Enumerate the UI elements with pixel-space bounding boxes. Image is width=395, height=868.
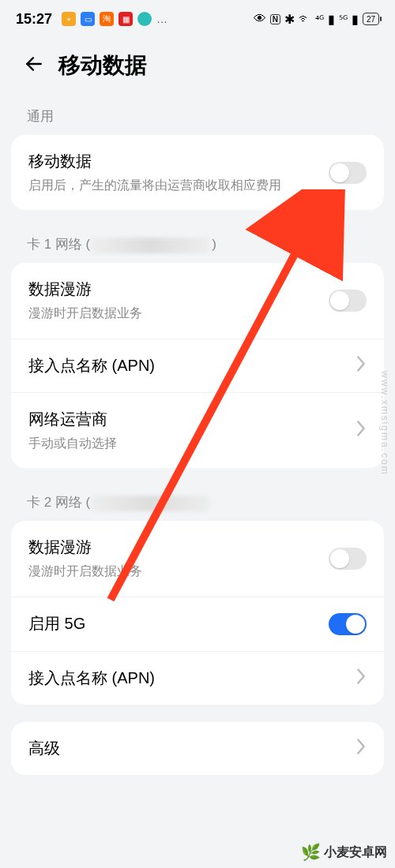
- app-icon-red: ▦: [118, 12, 133, 26]
- row-sim2-apn[interactable]: 接入点名称 (APN): [11, 651, 384, 705]
- sim2-5g-toggle[interactable]: [329, 613, 367, 635]
- row-mobile-data[interactable]: 移动数据 启用后，产生的流量将由运营商收取相应费用: [11, 135, 384, 210]
- sim2-name-redacted: [92, 496, 210, 511]
- sim2-roaming-toggle[interactable]: [329, 548, 367, 570]
- sim2-apn-title: 接入点名称 (APN): [28, 668, 343, 689]
- section-label-sim2: 卡 2 网络 (: [0, 485, 395, 521]
- wifi-icon: ᯤ: [299, 12, 311, 26]
- back-button[interactable]: [24, 54, 44, 77]
- page-header: 移动数据: [0, 35, 395, 99]
- weibo-icon: ⚬: [62, 12, 76, 26]
- signal-4g-icon: ⁴ᴳ: [315, 13, 324, 25]
- nfc-icon: N: [270, 14, 280, 24]
- advanced-title: 高级: [28, 738, 343, 759]
- sim1-apn-title: 接入点名称 (APN): [28, 355, 343, 376]
- page-title: 移动数据: [58, 51, 147, 80]
- chevron-right-icon: [356, 420, 367, 440]
- bluetooth-icon: ✱: [284, 12, 295, 27]
- card-general: 移动数据 启用后，产生的流量将由运营商收取相应费用: [11, 135, 384, 210]
- sim2-roaming-sub: 漫游时开启数据业务: [28, 563, 316, 580]
- leaf-icon: 🌿: [301, 843, 321, 862]
- status-bar: 15:27 ⚬ ▭ 淘 ▦ … 👁 N ✱ ᯤ ⁴ᴳ ▮ ⁵ᴳ ▮ 27: [0, 0, 395, 35]
- mobile-data-title: 移动数据: [28, 151, 316, 172]
- status-time: 15:27: [16, 11, 52, 28]
- eye-icon: 👁: [254, 12, 266, 26]
- row-sim1-roaming[interactable]: 数据漫游 漫游时开启数据业务: [11, 263, 384, 338]
- signal-bars-2-icon: ▮: [352, 12, 359, 27]
- sim1-roaming-title: 数据漫游: [28, 279, 316, 300]
- chevron-right-icon: [356, 355, 367, 376]
- row-sim1-carrier[interactable]: 网络运营商 手动或自动选择: [11, 392, 384, 468]
- card-advanced: 高级: [11, 722, 384, 775]
- watermark-brand: 🌿 小麦安卓网: [301, 843, 387, 862]
- row-sim2-roaming[interactable]: 数据漫游 漫游时开启数据业务: [11, 521, 384, 596]
- status-right: 👁 N ✱ ᯤ ⁴ᴳ ▮ ⁵ᴳ ▮ 27: [254, 12, 379, 27]
- sim1-carrier-sub: 手动或自动选择: [28, 435, 343, 452]
- sim1-roaming-toggle[interactable]: [329, 290, 367, 312]
- card-sim1: 数据漫游 漫游时开启数据业务 接入点名称 (APN) 网络运营商 手动或自动选择: [11, 263, 384, 468]
- row-sim1-apn[interactable]: 接入点名称 (APN): [11, 339, 384, 392]
- sim2-roaming-title: 数据漫游: [28, 537, 316, 558]
- section-label-sim1: 卡 1 网络 (): [0, 227, 395, 263]
- sim1-name-redacted: [92, 238, 210, 253]
- sim1-roaming-sub: 漫游时开启数据业务: [28, 305, 316, 322]
- mobile-data-sub: 启用后，产生的流量将由运营商收取相应费用: [28, 177, 316, 194]
- app-icon-orange: 淘: [100, 12, 114, 26]
- chevron-right-icon: [356, 668, 367, 688]
- section-label-general: 通用: [0, 99, 395, 135]
- status-more-icon: …: [156, 13, 168, 25]
- row-sim2-5g[interactable]: 启用 5G: [11, 597, 384, 651]
- sim1-carrier-title: 网络运营商: [28, 409, 343, 430]
- app-icon-teal: [137, 12, 152, 26]
- battery-icon: 27: [363, 13, 379, 25]
- row-advanced[interactable]: 高级: [11, 722, 384, 775]
- chevron-right-icon: [356, 738, 367, 758]
- watermark-url: www.xmsigma.com: [379, 371, 390, 476]
- app-icon-blue: ▭: [81, 12, 95, 26]
- status-left: 15:27 ⚬ ▭ 淘 ▦ …: [16, 11, 168, 28]
- mobile-data-toggle[interactable]: [329, 162, 367, 184]
- signal-bars-1-icon: ▮: [328, 12, 335, 27]
- signal-5g-icon: ⁵ᴳ: [339, 13, 348, 25]
- sim2-5g-title: 启用 5G: [28, 613, 316, 634]
- card-sim2: 数据漫游 漫游时开启数据业务 启用 5G 接入点名称 (APN): [11, 521, 384, 704]
